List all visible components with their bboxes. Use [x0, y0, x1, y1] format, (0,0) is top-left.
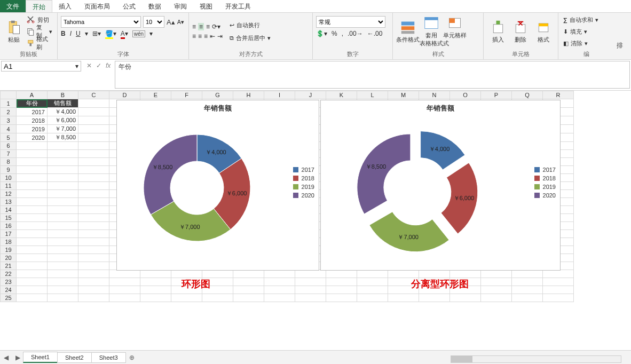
- comma-button[interactable]: ,: [342, 30, 343, 37]
- cell[interactable]: [17, 254, 48, 262]
- cell[interactable]: [17, 142, 48, 150]
- row-header[interactable]: 4: [1, 125, 17, 133]
- cell[interactable]: [357, 278, 388, 286]
- conditional-format-button[interactable]: 条件格式: [396, 14, 420, 49]
- cell[interactable]: [78, 125, 109, 133]
- col-header[interactable]: M: [388, 91, 419, 99]
- cell[interactable]: [78, 246, 109, 254]
- cell[interactable]: [78, 150, 109, 158]
- cell[interactable]: [233, 294, 264, 302]
- name-box-input[interactable]: [4, 62, 75, 70]
- cell[interactable]: [17, 190, 48, 198]
- table-format-button[interactable]: 套用 表格格式: [420, 14, 443, 49]
- cell[interactable]: [48, 238, 78, 246]
- align-left-icon[interactable]: ≡: [192, 33, 196, 40]
- menu-tab-formulas[interactable]: 公式: [116, 0, 142, 12]
- cell[interactable]: [48, 230, 78, 238]
- col-header[interactable]: L: [357, 91, 388, 99]
- cell[interactable]: [48, 158, 78, 166]
- cell[interactable]: [481, 278, 512, 286]
- cell[interactable]: [512, 286, 543, 294]
- cell[interactable]: [264, 270, 295, 278]
- cell[interactable]: [543, 286, 574, 294]
- cell[interactable]: [17, 286, 48, 294]
- indent-dec-icon[interactable]: ⇤: [210, 33, 215, 40]
- cell[interactable]: [140, 294, 171, 302]
- col-header[interactable]: N: [419, 91, 450, 99]
- row-header[interactable]: 23: [1, 278, 17, 286]
- cell[interactable]: [78, 133, 109, 142]
- cell[interactable]: [17, 214, 48, 222]
- cell[interactable]: [233, 286, 264, 294]
- paste-button[interactable]: 粘贴: [3, 14, 25, 49]
- format-painter-button[interactable]: 格式刷: [25, 38, 54, 49]
- menu-tab-review[interactable]: 审阅: [168, 0, 193, 12]
- cell[interactable]: [78, 262, 109, 270]
- merge-button[interactable]: ⧉合并后居中▾: [228, 33, 272, 43]
- cell[interactable]: [78, 142, 109, 150]
- cell[interactable]: [326, 270, 357, 278]
- cell[interactable]: [17, 206, 48, 214]
- cell[interactable]: [233, 278, 264, 286]
- row-header[interactable]: 10: [1, 174, 17, 182]
- cell[interactable]: [419, 294, 450, 302]
- cell[interactable]: [48, 206, 78, 214]
- cell[interactable]: [357, 286, 388, 294]
- align-top-icon[interactable]: ≡: [192, 23, 196, 30]
- sheet-tab[interactable]: Sheet3: [91, 352, 126, 363]
- cell[interactable]: [450, 270, 481, 278]
- cell[interactable]: [326, 278, 357, 286]
- align-right-icon[interactable]: ≡: [204, 33, 208, 40]
- cell[interactable]: [109, 294, 140, 302]
- row-header[interactable]: 5: [1, 133, 17, 142]
- row-header[interactable]: 11: [1, 182, 17, 190]
- cell[interactable]: [450, 294, 481, 302]
- cell[interactable]: [264, 286, 295, 294]
- sheet-nav-prev[interactable]: ◀: [0, 354, 12, 361]
- cell[interactable]: [48, 182, 78, 190]
- cell[interactable]: [109, 278, 140, 286]
- cell[interactable]: [419, 270, 450, 278]
- cell[interactable]: [295, 278, 326, 286]
- cell[interactable]: [78, 254, 109, 262]
- cell[interactable]: [17, 246, 48, 254]
- col-header[interactable]: F: [171, 91, 202, 99]
- cell[interactable]: [78, 99, 109, 108]
- cell[interactable]: [481, 270, 512, 278]
- cell[interactable]: [17, 278, 48, 286]
- row-header[interactable]: 7: [1, 150, 17, 158]
- align-center-icon[interactable]: ≡: [198, 33, 202, 40]
- cell[interactable]: 2020: [17, 133, 48, 142]
- menu-file[interactable]: 文件: [0, 0, 26, 12]
- cell[interactable]: [357, 270, 388, 278]
- worksheet-grid[interactable]: ABCDEFGHIJKLMNOPQR1年份销售额22017￥4,00032018…: [0, 91, 631, 337]
- cell[interactable]: ￥6,000: [48, 116, 78, 125]
- row-header[interactable]: 19: [1, 246, 17, 254]
- col-header[interactable]: A: [17, 91, 48, 99]
- cell[interactable]: [78, 108, 109, 116]
- row-header[interactable]: 24: [1, 286, 17, 294]
- name-box[interactable]: ▾: [1, 61, 81, 72]
- cell[interactable]: [17, 262, 48, 270]
- cell[interactable]: [78, 116, 109, 125]
- cell[interactable]: [78, 190, 109, 198]
- cell[interactable]: [78, 214, 109, 222]
- cell[interactable]: [48, 278, 78, 286]
- col-header[interactable]: H: [233, 91, 264, 99]
- cell[interactable]: [17, 158, 48, 166]
- cell[interactable]: [78, 270, 109, 278]
- menu-tab-dev[interactable]: 开发工具: [219, 0, 257, 12]
- row-header[interactable]: 8: [1, 158, 17, 166]
- cell[interactable]: [48, 270, 78, 278]
- number-format-select[interactable]: 常规: [316, 16, 385, 28]
- formula-input[interactable]: 年份: [115, 61, 630, 89]
- cell[interactable]: [295, 270, 326, 278]
- cell[interactable]: [78, 238, 109, 246]
- italic-button[interactable]: I: [70, 30, 72, 37]
- cell[interactable]: [48, 262, 78, 270]
- cell[interactable]: [78, 294, 109, 302]
- row-header[interactable]: 17: [1, 230, 17, 238]
- cell[interactable]: [17, 198, 48, 206]
- cell[interactable]: [264, 294, 295, 302]
- cell[interactable]: [295, 286, 326, 294]
